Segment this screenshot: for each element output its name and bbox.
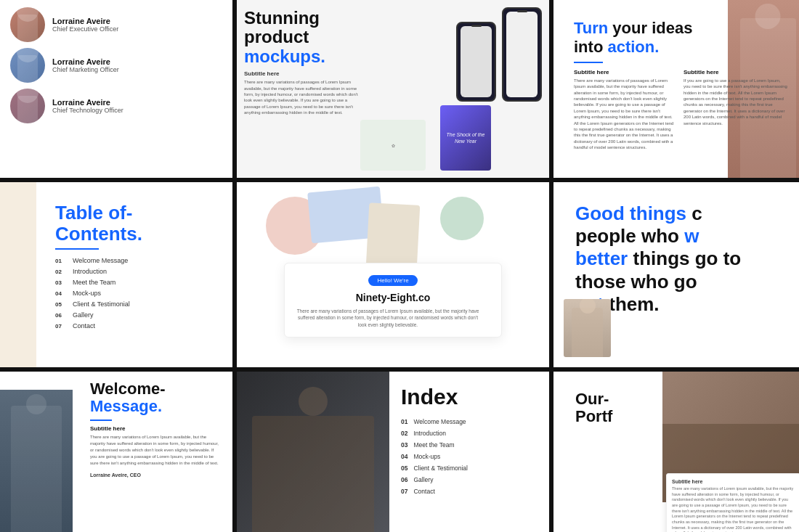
welcome-title-line2: Message.	[90, 397, 162, 415]
toc-item-1: 01Welcome Message	[55, 257, 211, 264]
welcome-body: There are many variations of Lorem Ipsum…	[90, 434, 221, 467]
ninety-eight-cell: Hello! We're Ninety-Eight.co There are m…	[237, 182, 549, 367]
mockup-body: There are many variations of passages of…	[244, 79, 360, 115]
index-item-1: 01Welcome Message	[401, 418, 538, 425]
ideas-col2-title: Subtitle here	[684, 69, 787, 75]
gt-person-photo	[564, 299, 611, 357]
index-photo	[237, 372, 389, 532]
ne-hello-btn: Hello! We're	[368, 275, 417, 286]
document-mockup: ✿	[360, 120, 426, 171]
ideas-col2-body: If you are going to use a passage of Lor…	[684, 78, 787, 126]
welcome-author: Lorraine Aveire, CEO	[90, 472, 221, 478]
index-item-7: 07Contact	[401, 488, 538, 495]
ne-card: Hello! We're Ninety-Eight.co There are m…	[284, 263, 502, 337]
index-cell: Index 01Welcome Message 02Introduction 0…	[237, 372, 549, 532]
toc-item-7: 07Contact	[55, 322, 211, 330]
toc-item-4: 04Mock-ups	[55, 290, 211, 297]
toc-list: 01Welcome Message 02Introduction 03Meet …	[55, 257, 211, 330]
ideas-col1-title: Subtitle here	[574, 69, 678, 75]
toc-item-3: 03Meet the Team	[55, 279, 211, 286]
good-things-cell: Good things c people who w better things…	[553, 182, 799, 367]
welcome-cell: Welcome- Message. Subtitle here There ar…	[0, 372, 232, 532]
ideas-title-into: into	[574, 38, 607, 56]
ideas-divider	[574, 62, 603, 63]
ne-title: Ninety-Eight.co	[293, 292, 492, 303]
welcome-content: Welcome- Message. Subtitle here There ar…	[90, 380, 221, 478]
toc-cell: Table of- Contents. 01Welcome Message 02…	[0, 182, 232, 367]
phone-mockup-1	[456, 22, 496, 102]
member-title-3: Chief Technology Officer	[52, 107, 123, 114]
ideas-cell: Turn your ideas into action. Subtitle he…	[553, 0, 799, 178]
gt-line4: those who go	[575, 271, 786, 293]
ideas-title-action: action.	[607, 38, 659, 56]
ideas-col1-body: There are many variations of passages of…	[574, 78, 678, 151]
gt-them: them.	[609, 293, 659, 315]
mockup-devices	[456, 7, 542, 102]
ideas-title-turn: Turn	[574, 19, 608, 37]
grid-container: Lorraine Aveire Chief Executive Officer …	[0, 0, 799, 532]
gt-better-blue: better	[575, 247, 628, 269]
ideas-content: Turn your ideas into action. Subtitle he…	[564, 9, 798, 160]
member-title-1: Chief Executive Officer	[52, 25, 118, 33]
welcome-photo	[0, 390, 73, 532]
index-item-4: 04Mock-ups	[401, 453, 538, 460]
member-info-1: Lorraine Aveire Chief Executive Officer	[52, 17, 118, 33]
index-title: Index	[401, 385, 538, 409]
ne-body: There are many variations of passages of…	[293, 308, 482, 327]
gt-line1: Good things c	[575, 202, 786, 225]
toc-divider	[55, 248, 99, 250]
member-info-3: Lorraine Aveire Chief Technology Officer	[52, 98, 123, 114]
toc-item-5: 05Client & Testimonial	[55, 300, 211, 308]
member-name-2: Lorraine Aveire	[52, 57, 119, 66]
ideas-title: Turn your ideas into action.	[574, 19, 787, 57]
index-item-3: 03Meet the Team	[401, 441, 538, 449]
mockup-title-stunning: Stunning product mockups.	[244, 9, 360, 66]
member-info-2: Lorraine Aveire Chief Marketing Officer	[52, 57, 119, 73]
team-member-1: Lorraine Aveire Chief Executive Officer	[10, 7, 222, 42]
portfolio-card-body: There are many variations of Lorem ipsum…	[672, 486, 795, 532]
ideas-columns: Subtitle here There are many variations …	[574, 69, 787, 151]
mockups-cell: Stunning product mockups. Subtitle here …	[237, 0, 549, 178]
team-member-3: Lorraine Aveire Chief Technology Officer	[10, 89, 222, 123]
portfolio-title-line2: Portf	[575, 407, 612, 425]
index-content: Index 01Welcome Message 02Introduction 0…	[389, 372, 549, 532]
book-mockup: The Shock of the New Year	[440, 105, 491, 171]
shape-beige	[366, 202, 421, 271]
ideas-title-your-ideas: your ideas	[608, 19, 692, 37]
welcome-subtitle: Subtitle here	[90, 425, 221, 432]
shape-green	[440, 197, 484, 240]
gt-work-blue: w	[684, 225, 699, 247]
index-item-5: 05Client & Testimonial	[401, 465, 538, 472]
member-name-3: Lorraine Aveire	[52, 98, 123, 107]
avatar-ceo	[10, 7, 45, 42]
toc-item-6: 06Gallery	[55, 311, 211, 319]
toc-title-line2: Contents.	[55, 223, 142, 245]
toc-content: Table of- Contents. 01Welcome Message 02…	[12, 192, 221, 343]
mockup-text: Stunning product mockups. Subtitle here …	[244, 9, 360, 116]
team-cell: Lorraine Aveire Chief Executive Officer …	[0, 0, 232, 178]
member-title-2: Chief Marketing Officer	[52, 66, 119, 73]
member-name-1: Lorraine Aveire	[52, 17, 118, 25]
team-member-2: Lorraine Aveire Chief Marketing Officer	[10, 48, 222, 83]
toc-title-line1: Table of-	[55, 202, 132, 224]
avatar-cmo	[10, 48, 45, 83]
phone-mockup-2	[502, 7, 542, 102]
index-item-2: 02Introduction	[401, 430, 538, 437]
gt-line3: better things go to	[575, 247, 786, 270]
index-list: 01Welcome Message 02Introduction 03Meet …	[401, 418, 538, 495]
gt-text-good-things: Good things	[575, 202, 686, 224]
gt-c-text: c	[691, 202, 702, 224]
mockup-title-blue: mockups.	[244, 46, 325, 66]
welcome-title: Welcome- Message.	[90, 380, 221, 415]
ideas-col-1: Subtitle here There are many variations …	[574, 69, 678, 151]
portfolio-card: Subtitle here There are many variations …	[666, 473, 799, 532]
toc-item-2: 02Introduction	[55, 268, 211, 275]
ideas-col-2: Subtitle here If you are going to use a …	[684, 69, 787, 151]
toc-title: Table of- Contents.	[55, 202, 211, 244]
index-item-6: 06Gallery	[401, 476, 538, 483]
gt-line2: people who w	[575, 225, 786, 247]
welcome-title-line1: Welcome-	[90, 380, 166, 398]
mockup-subtitle: Subtitle here	[244, 70, 360, 77]
welcome-divider	[90, 420, 112, 421]
portfolio-cell: Our- Portf Subtitle here There are many …	[553, 372, 799, 532]
